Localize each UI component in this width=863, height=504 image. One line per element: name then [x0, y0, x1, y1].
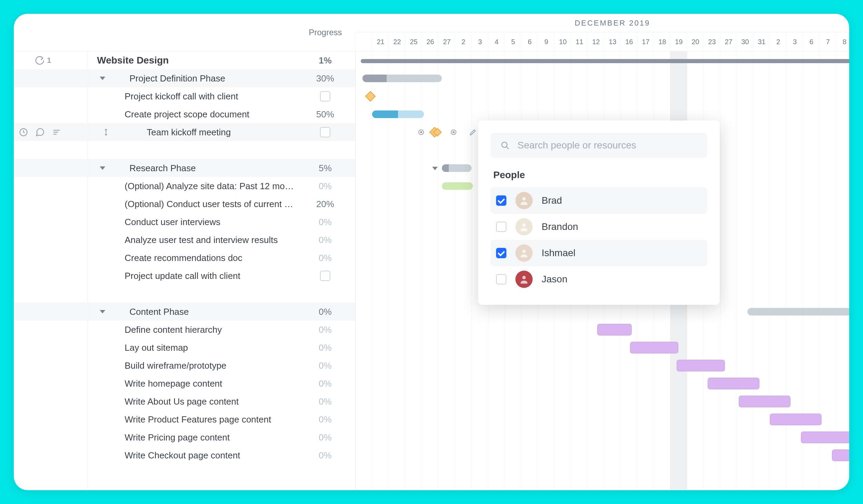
person-row[interactable]: Jason: [491, 266, 707, 292]
timeline-row[interactable]: [356, 375, 849, 392]
task-row[interactable]: Analyze user test and interview results: [88, 231, 295, 249]
task-row[interactable]: (Optional) Conduct user tests of current…: [88, 195, 295, 213]
progress-cell: 0%: [295, 321, 355, 339]
timeline-row[interactable]: [356, 51, 849, 69]
day-cell: 23: [704, 32, 720, 51]
gantt-bar[interactable]: [372, 110, 424, 118]
gantt-bar[interactable]: [739, 396, 791, 407]
task-name: (Optional) Analyze site data: Past 12 mo…: [88, 181, 295, 192]
task-row[interactable]: Write Pricing page content: [88, 428, 295, 446]
row-left: 1: [14, 51, 88, 69]
timeline-row[interactable]: [356, 410, 849, 428]
gantt-bar[interactable]: [801, 432, 849, 443]
timeline-row[interactable]: [356, 357, 849, 375]
gantt-bar[interactable]: [630, 342, 678, 353]
timeline-row[interactable]: [356, 428, 849, 446]
task-row[interactable]: Create recommendations doc: [88, 249, 295, 267]
people-list: Brad Brandon Ishmael Jason: [491, 187, 707, 292]
gantt-bar[interactable]: [708, 378, 759, 389]
task-name: Project update call with client: [88, 271, 295, 281]
task-row[interactable]: Create project scope document: [88, 105, 295, 123]
progress-value: 0%: [295, 181, 355, 192]
phase-row[interactable]: Content Phase: [88, 303, 295, 321]
person-checkbox[interactable]: [496, 222, 506, 232]
toolbar-milestone-icon[interactable]: [433, 128, 442, 136]
timeline-row[interactable]: [356, 392, 849, 410]
person-row[interactable]: Ishmael: [491, 240, 707, 266]
timeline-row[interactable]: [356, 339, 849, 357]
task-row[interactable]: Build wireframe/prototype: [88, 357, 295, 375]
toolbar-circle-right[interactable]: [447, 126, 460, 138]
comment-icon[interactable]: [35, 127, 45, 137]
gantt-bar[interactable]: [597, 324, 632, 336]
task-name: Write Product Features page content: [88, 414, 295, 425]
person-checkbox[interactable]: [496, 248, 506, 258]
day-cell: 3: [472, 32, 488, 51]
progress-value: 0%: [295, 253, 355, 263]
gantt-bar[interactable]: [770, 414, 822, 425]
task-row[interactable]: Define content hierarchy: [88, 321, 295, 339]
row-left: [14, 87, 88, 105]
clock-icon[interactable]: [19, 127, 28, 137]
task-row[interactable]: Conduct user interviews: [88, 213, 295, 231]
phase-row[interactable]: Project Definition Phase: [88, 69, 295, 87]
person-row[interactable]: Brandon: [491, 214, 707, 240]
task-name: Write homepage content: [88, 378, 295, 389]
row-left: [14, 446, 88, 464]
discussion-count: 1: [47, 56, 51, 65]
people-search-input[interactable]: [517, 140, 698, 151]
row-left: [14, 213, 88, 231]
timeline-row[interactable]: [356, 69, 849, 87]
progress-checkbox[interactable]: [320, 271, 330, 281]
edit-button[interactable]: [467, 126, 479, 138]
day-cell: 5: [505, 32, 521, 51]
day-cell: 9: [538, 32, 554, 51]
task-row[interactable]: Write About Us page content: [88, 392, 295, 410]
people-search[interactable]: [491, 133, 707, 158]
task-row[interactable]: (Optional) Analyze site data: Past 12 mo…: [88, 177, 295, 195]
milestone-diamond[interactable]: [365, 91, 376, 101]
toolbar-circle-left[interactable]: [415, 126, 427, 138]
gantt-bar[interactable]: [362, 75, 442, 82]
task-row[interactable]: Project update call with client: [88, 267, 295, 285]
gantt-bar[interactable]: [442, 182, 473, 190]
progress-value: 0%: [295, 432, 355, 443]
day-cell: 2: [455, 32, 472, 51]
phase-row[interactable]: Research Phase: [88, 159, 295, 177]
drag-handle-icon[interactable]: [102, 128, 110, 136]
expand-toggle-icon[interactable]: [100, 310, 105, 313]
person-checkbox[interactable]: [496, 195, 506, 206]
person-row[interactable]: Brad: [491, 187, 707, 214]
task-row[interactable]: Write Product Features page content: [88, 410, 295, 428]
task-row[interactable]: Write homepage content: [88, 375, 295, 392]
gantt-bar[interactable]: [361, 59, 849, 63]
expand-toggle-icon[interactable]: [100, 77, 105, 80]
progress-checkbox[interactable]: [320, 91, 330, 101]
progress-cell: 30%: [295, 69, 355, 87]
timeline-row[interactable]: [356, 87, 849, 105]
gantt-bar[interactable]: [442, 164, 472, 172]
avatar: [515, 244, 533, 262]
phase-collapse-icon[interactable]: [432, 167, 438, 170]
expand-toggle-icon[interactable]: [100, 166, 105, 170]
row-left: [14, 357, 88, 375]
task-row[interactable]: Write Checkout page content: [88, 446, 295, 464]
task-row[interactable]: Lay out sitemap: [88, 339, 295, 357]
svg-point-7: [453, 132, 454, 133]
timeline-row[interactable]: [356, 303, 849, 321]
progress-cell: [295, 285, 355, 303]
progress-checkbox[interactable]: [320, 127, 330, 137]
task-row[interactable]: Team kickoff meeting: [88, 123, 295, 141]
project-row[interactable]: Website Design: [88, 51, 295, 69]
gantt-bar[interactable]: [747, 308, 849, 316]
timeline-row[interactable]: [356, 321, 849, 339]
task-row[interactable]: Project kickoff call with client: [88, 87, 295, 105]
notes-icon[interactable]: [52, 127, 61, 137]
person-checkbox[interactable]: [496, 274, 506, 284]
day-cell: 20: [687, 32, 704, 51]
gantt-bar[interactable]: [677, 360, 725, 371]
day-cell: 7: [820, 32, 836, 51]
progress-value: 0%: [295, 235, 355, 245]
timeline-row[interactable]: [356, 446, 849, 464]
gantt-bar[interactable]: [832, 449, 849, 461]
